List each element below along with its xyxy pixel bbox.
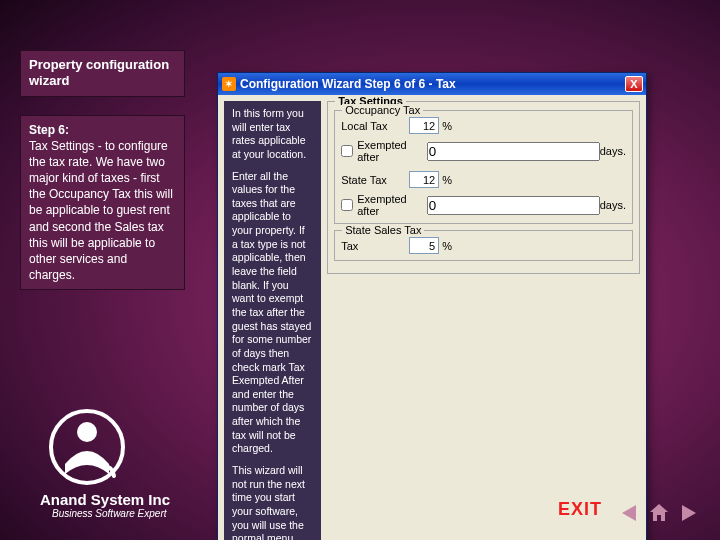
left-title: Property configuration wizard: [20, 50, 185, 97]
company-tagline: Business Software Expert: [52, 508, 167, 519]
sales-legend: State Sales Tax: [342, 224, 424, 236]
sales-tax-group: State Sales Tax Tax %: [334, 230, 633, 261]
wizard-window: ✶ Configuration Wizard Step 6 of 6 - Tax…: [217, 72, 647, 540]
nav-next-icon[interactable]: [678, 502, 700, 524]
wizard-info-panel: In this form you will enter tax rates ap…: [224, 101, 321, 540]
local-tax-label: Local Tax: [341, 120, 409, 132]
close-button[interactable]: X: [625, 76, 643, 92]
info-p3: This wizard will not run the next time y…: [232, 464, 313, 540]
days-unit-2: days.: [600, 199, 626, 211]
occupancy-legend: Occupancy Tax: [342, 104, 423, 116]
svg-marker-2: [622, 505, 636, 521]
local-exempt-days-input[interactable]: [427, 142, 600, 161]
state-exempt-checkbox[interactable]: [341, 199, 353, 211]
local-exempt-label: Exempted after: [357, 139, 407, 163]
state-tax-input[interactable]: [409, 171, 439, 188]
local-tax-input[interactable]: [409, 117, 439, 134]
tax-settings-group: Tax Settings Occupancy Tax Local Tax % E…: [327, 101, 640, 274]
window-title: Configuration Wizard Step 6 of 6 - Tax: [240, 77, 456, 91]
nav-home-icon[interactable]: [648, 502, 670, 524]
nav-icons: [618, 502, 700, 524]
company-logo: [48, 408, 126, 486]
pct-unit: %: [442, 120, 452, 132]
sales-tax-input[interactable]: [409, 237, 439, 254]
exit-button[interactable]: EXIT: [558, 499, 602, 520]
svg-marker-3: [650, 504, 668, 521]
sales-tax-label: Tax: [341, 240, 409, 252]
step-label: Step 6:: [29, 123, 69, 137]
svg-point-1: [77, 422, 97, 442]
nav-prev-icon[interactable]: [618, 502, 640, 524]
pct-unit-2: %: [442, 174, 452, 186]
info-p2: Enter all the values for the taxes that …: [232, 170, 313, 456]
app-icon: ✶: [222, 77, 236, 91]
info-p1: In this form you will enter tax rates ap…: [232, 107, 313, 162]
days-unit: days.: [600, 145, 626, 157]
titlebar[interactable]: ✶ Configuration Wizard Step 6 of 6 - Tax…: [218, 73, 646, 95]
svg-marker-4: [682, 505, 696, 521]
state-exempt-label: Exempted after: [357, 193, 407, 217]
step-description: Step 6: Tax Settings - to configure the …: [20, 115, 185, 291]
state-tax-label: State Tax: [341, 174, 409, 186]
pct-unit-3: %: [442, 240, 452, 252]
local-exempt-checkbox[interactable]: [341, 145, 353, 157]
company-name: Anand System Inc: [40, 491, 170, 508]
state-exempt-days-input[interactable]: [427, 196, 600, 215]
step-text: Tax Settings - to configure the tax rate…: [29, 139, 173, 283]
occupancy-tax-group: Occupancy Tax Local Tax % Exempted after…: [334, 110, 633, 224]
